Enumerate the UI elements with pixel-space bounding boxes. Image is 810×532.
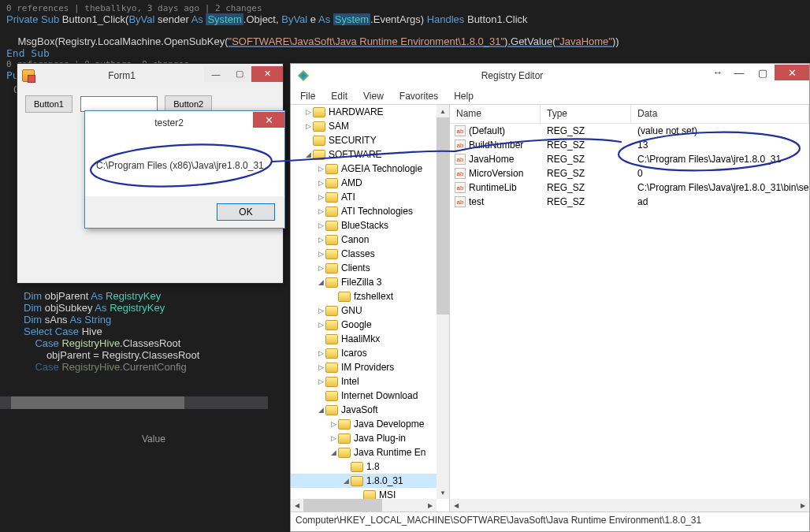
messagebox-titlebar[interactable]: tester2 ✕	[85, 111, 284, 135]
col-data[interactable]: Data	[631, 105, 809, 123]
tree-item[interactable]: ▷Google	[291, 318, 449, 332]
expand-icon[interactable]: ▷	[316, 321, 325, 329]
form1-minimize-button[interactable]: —	[204, 66, 228, 82]
code-blank	[6, 25, 804, 35]
tree-scrollbar-h[interactable]: ◀ ▶	[291, 499, 437, 512]
value-data: C:\Program Files\Java\jre1.8.0_31	[631, 154, 809, 165]
menu-help[interactable]: Help	[448, 89, 480, 103]
tree-item[interactable]: ▷HARDWARE	[291, 105, 449, 119]
editor-scrollbar-h[interactable]	[0, 396, 268, 409]
tree-item[interactable]: fzshellext	[291, 289, 449, 303]
folder-icon	[338, 433, 351, 444]
scroll-thumb-h[interactable]	[303, 499, 382, 512]
expand-icon[interactable]: ▷	[329, 420, 338, 428]
col-type[interactable]: Type	[541, 105, 631, 123]
tree-item[interactable]: ▷SAM	[291, 119, 449, 133]
tree-item-label: ATI	[341, 192, 355, 203]
tree-item[interactable]: ◢FileZilla 3	[291, 275, 449, 289]
scroll-down-icon[interactable]: ▼	[437, 486, 449, 499]
expand-icon[interactable]: ▷	[316, 221, 325, 229]
expand-icon[interactable]: ▷	[316, 165, 325, 173]
expand-icon[interactable]: ◢	[329, 448, 338, 456]
regedit-close-button[interactable]: ✕	[775, 65, 809, 80]
tree-item[interactable]: ◢JavaSoft	[291, 403, 449, 417]
list-row[interactable]: abMicroVersionREG_SZ0	[450, 166, 809, 180]
string-value-icon: ab	[455, 154, 466, 165]
tree-item[interactable]: Internet Download	[291, 389, 449, 403]
tree-item[interactable]: ◢Java Runtime En	[291, 445, 449, 459]
tree-scrollbar-v[interactable]: ▲ ▼	[437, 105, 449, 499]
folder-icon	[325, 221, 338, 231]
expand-icon[interactable]: ◢	[316, 406, 325, 414]
expand-icon[interactable]: ▷	[316, 179, 325, 187]
list-row[interactable]: abRuntimeLibREG_SZC:\Program Files\Java\…	[450, 180, 809, 195]
expand-icon[interactable]: ▷	[316, 363, 325, 371]
list-row[interactable]: abJavaHomeREG_SZC:\Program Files\Java\jr…	[450, 152, 809, 166]
expand-icon[interactable]: ▷	[316, 378, 325, 385]
scroll-up-icon[interactable]: ▲	[437, 105, 449, 117]
menu-file[interactable]: File	[294, 89, 321, 103]
expand-icon[interactable]: ▷	[316, 349, 325, 357]
menu-edit[interactable]: Edit	[325, 89, 354, 103]
messagebox-ok-button[interactable]: OK	[217, 203, 275, 221]
tree-item[interactable]: ▷GNU	[291, 303, 449, 318]
menu-view[interactable]: View	[357, 89, 390, 103]
scroll-thumb-v[interactable]	[437, 117, 449, 314]
menu-favorites[interactable]: Favorites	[393, 89, 444, 103]
tree-item[interactable]: ▷Canon	[291, 233, 449, 247]
regedit-minimize-button[interactable]: —	[727, 65, 751, 80]
tree-item[interactable]: ▷ATI	[291, 190, 449, 204]
regedit-title: Registry Editor	[316, 70, 708, 81]
tree-item[interactable]: ◢SOFTWARE	[291, 147, 449, 162]
expand-icon[interactable]: ▷	[316, 193, 325, 201]
tree-item[interactable]: ▷Icaros	[291, 346, 449, 360]
scroll-right-icon[interactable]: ▶	[797, 499, 809, 512]
expand-icon[interactable]: ▷	[316, 307, 325, 314]
tree-item[interactable]: HaaliMkx	[291, 332, 449, 346]
tree-item[interactable]: 1.8	[291, 459, 449, 474]
tree-item[interactable]: ▷IM Providers	[291, 360, 449, 374]
tree-item[interactable]: ▷BlueStacks	[291, 218, 449, 233]
form1-textbox[interactable]	[80, 96, 158, 112]
tree-item[interactable]: ▷Intel	[291, 374, 449, 389]
list-scrollbar-h[interactable]: ◀ ▶	[450, 499, 809, 512]
expand-icon[interactable]: ▷	[303, 122, 313, 130]
expand-icon[interactable]: ▷	[329, 434, 338, 442]
scroll-left-icon[interactable]: ◀	[291, 499, 303, 512]
tree-item[interactable]: ▷ATI Technologies	[291, 204, 449, 218]
expand-icon[interactable]: ▷	[316, 264, 325, 272]
form1-close-button[interactable]: ✕	[251, 66, 283, 82]
expand-icon[interactable]: ◢	[316, 278, 325, 286]
regedit-maximize-button[interactable]: ▢	[751, 65, 775, 80]
tree-item[interactable]: ▷Clients	[291, 261, 449, 275]
expand-icon[interactable]: ▷	[316, 250, 325, 258]
form1-maximize-button[interactable]: ▢	[228, 66, 251, 82]
folder-icon	[338, 419, 351, 430]
tree-item[interactable]: ▷Classes	[291, 247, 449, 261]
expand-icon[interactable]: ▷	[316, 207, 325, 215]
tree-item[interactable]: ▷AGEIA Technologie	[291, 162, 449, 176]
button1[interactable]: Button1	[25, 95, 72, 113]
expand-icon[interactable]: ◢	[303, 151, 313, 158]
expand-icon[interactable]: ▷	[316, 236, 325, 244]
tree-item[interactable]: ◢1.8.0_31	[291, 474, 449, 488]
form1-titlebar[interactable]: Form1 — ▢ ✕	[17, 64, 283, 87]
regedit-tree[interactable]: ▷HARDWARE▷SAMSECURITY◢SOFTWARE▷AGEIA Tec…	[291, 105, 450, 512]
scroll-left-icon[interactable]: ◀	[450, 499, 463, 512]
tree-item[interactable]: SECURITY	[291, 133, 449, 147]
expand-icon[interactable]: ▷	[303, 108, 313, 116]
messagebox-close-button[interactable]: ✕	[253, 112, 284, 128]
tree-item[interactable]: ▷Java Plug-in	[291, 431, 449, 445]
scrollbar-thumb[interactable]	[11, 396, 184, 409]
tree-item[interactable]: ▷Java Developme	[291, 417, 449, 431]
scroll-right-icon[interactable]: ▶	[424, 499, 437, 512]
col-name[interactable]: Name	[450, 105, 541, 123]
list-row[interactable]: abtestREG_SZad	[450, 195, 809, 209]
regedit-list[interactable]: Name Type Data ab(Default)REG_SZ(value n…	[450, 105, 809, 512]
expand-icon[interactable]: ◢	[341, 477, 351, 485]
list-row[interactable]: abBuildNumberREG_SZ13	[450, 138, 809, 152]
regedit-titlebar[interactable]: Registry Editor ↔ — ▢ ✕	[291, 64, 809, 87]
folder-icon	[313, 136, 325, 146]
tree-item[interactable]: ▷AMD	[291, 176, 449, 190]
list-row[interactable]: ab(Default)REG_SZ(value not set)	[450, 124, 809, 138]
